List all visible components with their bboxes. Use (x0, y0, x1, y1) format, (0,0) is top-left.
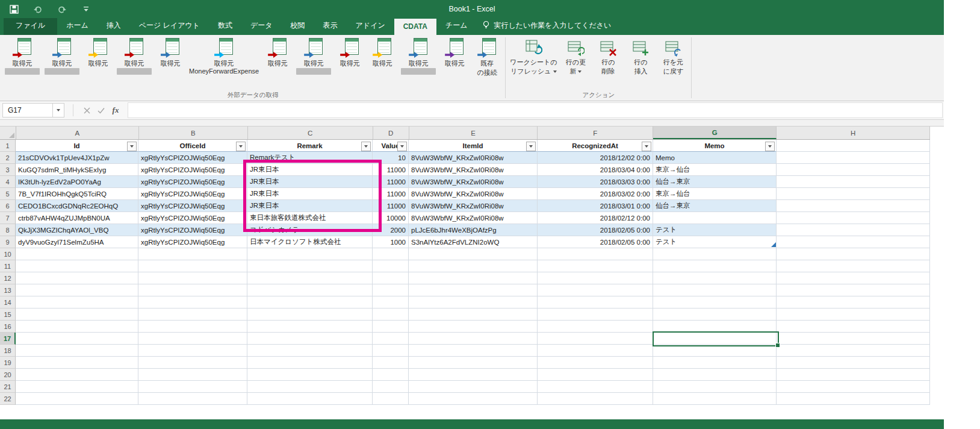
cell-D10[interactable] (373, 248, 409, 260)
column-header-G[interactable]: G (653, 127, 777, 139)
insert-row-button[interactable]: 行の挿入 (624, 36, 657, 75)
cell-H18[interactable] (777, 345, 930, 357)
cell-A19[interactable] (16, 357, 138, 369)
cell-A3[interactable]: KuGQ7sdmR_tiMHykSExIyg (16, 164, 138, 176)
cell-G11[interactable] (653, 260, 777, 272)
existing-connections-button[interactable]: 既存の接続 (471, 36, 503, 77)
cell-D3[interactable]: 11000 (373, 164, 409, 176)
cell-G5[interactable]: 東京→仙台 (653, 188, 777, 200)
cell-C20[interactable] (247, 369, 373, 381)
cell-F7[interactable]: 2018/02/12 0:00 (538, 212, 653, 224)
cell-C15[interactable] (247, 308, 373, 321)
column-header-C[interactable]: C (248, 127, 373, 139)
tab-数式[interactable]: 数式 (209, 17, 241, 35)
cell-G18[interactable] (653, 345, 777, 357)
cell-F1[interactable]: RecognizedAt (538, 140, 653, 152)
row-header-13[interactable]: 13 (0, 284, 16, 296)
row-header-14[interactable]: 14 (0, 296, 16, 308)
cell-D5[interactable]: 11000 (373, 188, 409, 200)
cell-G6[interactable]: 仙台→東京 (653, 200, 777, 212)
row-header-15[interactable]: 15 (0, 308, 16, 321)
tab-ページ レイアウト[interactable]: ページ レイアウト (130, 17, 209, 35)
cell-H17[interactable] (777, 333, 930, 345)
cell-A10[interactable] (16, 248, 138, 260)
tab-ホーム[interactable]: ホーム (57, 17, 98, 35)
cell-D22[interactable] (373, 393, 409, 405)
cell-B18[interactable] (138, 345, 247, 357)
cell-F16[interactable] (538, 321, 653, 333)
cell-C18[interactable] (247, 345, 373, 357)
cell-B17[interactable] (138, 333, 247, 345)
insert-function-icon[interactable]: fx (108, 104, 123, 117)
get-source-button-3[interactable]: 取得元 (82, 36, 114, 67)
cell-A14[interactable] (16, 296, 138, 308)
cell-D20[interactable] (373, 369, 409, 381)
cell-A4[interactable]: IK3tUh-lyzEdV2aPO0YaAg (16, 176, 138, 188)
cell-B15[interactable] (138, 308, 247, 321)
row-header-5[interactable]: 5 (0, 188, 16, 200)
cell-G22[interactable] (653, 393, 777, 405)
cell-A12[interactable] (16, 272, 138, 284)
cell-B9[interactable]: xgRtlyYsCPIZOJWiq50Eqg (138, 236, 247, 248)
cell-G20[interactable] (653, 369, 777, 381)
cell-E1[interactable]: ItemId (409, 140, 538, 152)
cell-A15[interactable] (16, 308, 138, 321)
cell-H8[interactable] (777, 224, 930, 236)
cell-H16[interactable] (777, 321, 930, 333)
tab-挿入[interactable]: 挿入 (98, 17, 130, 35)
cell-A20[interactable] (16, 369, 138, 381)
row-header-6[interactable]: 6 (0, 200, 16, 212)
cell-A16[interactable] (16, 321, 138, 333)
tab-チーム[interactable]: チーム (436, 17, 477, 35)
get-source-button-4[interactable]: 取得元 (114, 36, 154, 75)
cell-H19[interactable] (777, 357, 930, 369)
row-header-12[interactable]: 12 (0, 272, 16, 284)
cell-G13[interactable] (653, 284, 777, 296)
select-all-corner[interactable] (0, 127, 16, 139)
cell-E12[interactable] (409, 272, 538, 284)
cell-E5[interactable]: 8VuW3WbfW_KRxZwI0Ri08w (409, 188, 538, 200)
cell-F20[interactable] (538, 369, 653, 381)
cell-F19[interactable] (538, 357, 653, 369)
row-header-19[interactable]: 19 (0, 357, 16, 369)
cell-H3[interactable] (777, 164, 930, 176)
cell-C3[interactable]: JR東日本 (247, 164, 373, 176)
cell-C19[interactable] (247, 357, 373, 369)
cell-B22[interactable] (138, 393, 247, 405)
cell-D21[interactable] (373, 381, 409, 393)
cell-A1[interactable]: Id (16, 140, 138, 152)
selected-cell-outline[interactable] (653, 331, 779, 346)
cell-H10[interactable] (777, 248, 930, 260)
get-source-button-1[interactable]: 取得元 (2, 36, 42, 75)
cell-C17[interactable] (247, 333, 373, 345)
column-header-A[interactable]: A (16, 127, 139, 139)
tab-アドイン[interactable]: アドイン (347, 17, 394, 35)
cell-B1[interactable]: OfficeId (138, 140, 247, 152)
fill-handle[interactable] (775, 343, 780, 348)
row-header-10[interactable]: 10 (0, 248, 16, 260)
row-header-17[interactable]: 17 (0, 333, 16, 345)
cell-D15[interactable] (373, 308, 409, 321)
column-header-E[interactable]: E (409, 127, 538, 139)
cell-B7[interactable]: xgRtlyYsCPIZOJWiq50Eqg (138, 212, 247, 224)
cell-E17[interactable] (409, 333, 538, 345)
cell-F2[interactable]: 2018/12/02 0:00 (538, 152, 653, 164)
cell-A6[interactable]: CEDO1BCxcdGDNqRc2EOHqQ (16, 200, 138, 212)
cell-F13[interactable] (538, 284, 653, 296)
cell-B21[interactable] (138, 381, 247, 393)
cell-E9[interactable]: S3nAlYtz6A2FdVLZNI2oWQ (409, 236, 538, 248)
row-header-7[interactable]: 7 (0, 212, 16, 224)
cell-D4[interactable]: 11000 (373, 176, 409, 188)
tab-表示[interactable]: 表示 (314, 17, 347, 35)
cell-G16[interactable] (653, 321, 777, 333)
redo-icon[interactable] (57, 4, 67, 14)
cell-A8[interactable]: QkJjX3MGZIChqAYAOl_VBQ (16, 224, 138, 236)
row-header-22[interactable]: 22 (0, 393, 16, 405)
column-header-B[interactable]: B (139, 127, 248, 139)
cell-D16[interactable] (373, 321, 409, 333)
cell-F3[interactable]: 2018/03/04 0:00 (538, 164, 653, 176)
filter-dropdown-icon[interactable] (526, 142, 536, 151)
cell-E22[interactable] (409, 393, 538, 405)
cell-E16[interactable] (409, 321, 538, 333)
cell-E3[interactable]: 8VuW3WbfW_KRxZwI0Ri08w (409, 164, 538, 176)
